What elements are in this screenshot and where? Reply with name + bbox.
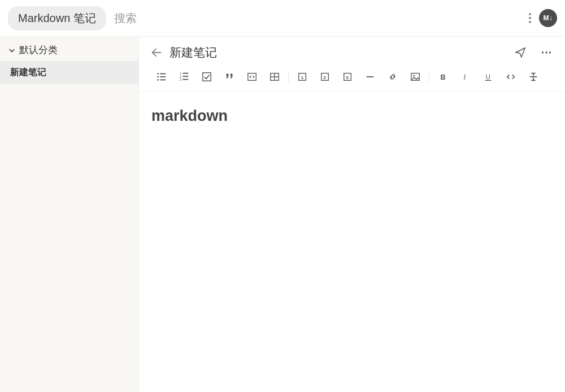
code-block-icon[interactable] xyxy=(241,68,263,85)
quote-icon[interactable] xyxy=(218,68,241,85)
unordered-list-icon[interactable] xyxy=(150,68,173,85)
chevron-down-icon xyxy=(8,46,16,54)
link-icon[interactable] xyxy=(381,68,404,85)
sidebar-category-label: 默认分类 xyxy=(19,43,58,56)
sidebar-item-note[interactable]: 新建笔记 xyxy=(0,61,138,84)
svg-text:I: I xyxy=(463,73,466,81)
table-icon[interactable] xyxy=(263,68,286,85)
more-horiz-icon[interactable] xyxy=(540,46,553,59)
bold-icon[interactable]: B xyxy=(432,68,454,85)
divider-icon[interactable] xyxy=(359,68,381,85)
svg-text:B: B xyxy=(441,73,446,81)
ordered-list-icon[interactable]: 123 xyxy=(173,68,195,85)
send-icon[interactable] xyxy=(514,46,527,59)
svg-text:3: 3 xyxy=(346,75,349,80)
strikethrough-icon[interactable] xyxy=(522,68,545,85)
svg-text:U: U xyxy=(486,73,490,80)
toolbar-separator xyxy=(429,71,429,83)
underline-icon[interactable]: U xyxy=(477,68,499,85)
svg-rect-12 xyxy=(182,76,188,77)
sidebar-category[interactable]: 默认分类 xyxy=(0,37,138,61)
heading-3-icon[interactable]: 3 xyxy=(336,68,359,85)
image-icon[interactable] xyxy=(404,68,427,85)
app-badge[interactable]: Markdown 笔记 xyxy=(8,6,106,31)
svg-text:2: 2 xyxy=(323,75,326,80)
svg-rect-15 xyxy=(203,73,211,81)
svg-point-7 xyxy=(157,79,159,81)
svg-rect-4 xyxy=(160,73,166,75)
svg-point-3 xyxy=(157,73,159,75)
svg-point-2 xyxy=(549,51,551,53)
sidebar: 默认分类 新建笔记 xyxy=(0,37,139,392)
heading-2-icon[interactable]: 2 xyxy=(314,68,336,85)
avatar[interactable]: M↓ xyxy=(539,9,557,27)
editor-content[interactable]: markdown xyxy=(139,92,565,141)
svg-rect-6 xyxy=(160,76,166,77)
svg-rect-8 xyxy=(160,80,166,81)
back-icon[interactable] xyxy=(150,46,163,59)
svg-rect-16 xyxy=(248,73,256,81)
svg-text:3: 3 xyxy=(180,78,181,81)
toolbar-separator xyxy=(288,71,289,83)
svg-point-0 xyxy=(542,51,544,53)
svg-point-5 xyxy=(157,76,159,78)
svg-rect-14 xyxy=(182,79,188,80)
checkbox-icon[interactable] xyxy=(195,68,218,85)
more-vert-icon[interactable] xyxy=(529,13,531,23)
italic-icon[interactable]: I xyxy=(454,68,477,85)
toolbar: 123 1 2 3 xyxy=(139,66,565,92)
note-title[interactable]: 新建笔记 xyxy=(169,45,217,60)
svg-point-1 xyxy=(545,51,547,53)
svg-point-28 xyxy=(413,75,415,77)
svg-rect-10 xyxy=(182,73,188,74)
code-inline-icon[interactable] xyxy=(499,68,522,85)
svg-text:1: 1 xyxy=(301,75,304,80)
heading-1-icon[interactable]: 1 xyxy=(291,68,314,85)
search-input[interactable]: 搜索 xyxy=(114,11,137,26)
